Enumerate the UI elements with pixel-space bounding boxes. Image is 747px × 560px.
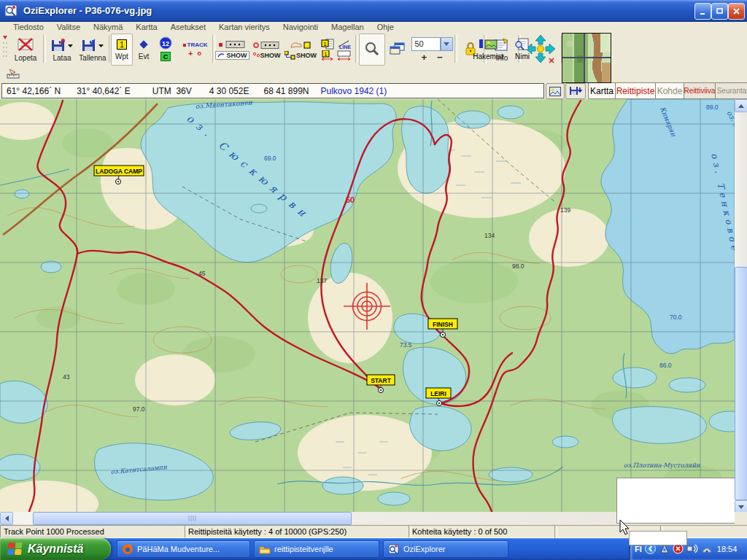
waypoint-show-button[interactable]: SHOW — [249, 34, 283, 66]
event-button[interactable]: Evt — [133, 34, 155, 66]
oziexplorer-icon — [388, 543, 400, 555]
utm-northing-value: 68 41 899N — [263, 86, 309, 96]
svg-text:139: 139 — [560, 206, 570, 214]
svg-text:70.0: 70.0 — [670, 314, 682, 321]
toolbar-drag-handle — [2, 34, 8, 63]
hakemist-button[interactable]: Hakemist — [471, 34, 506, 64]
svg-text:LADOGA CAMP: LADOGA CAMP — [96, 168, 142, 175]
svg-text:45: 45 — [198, 270, 206, 277]
longitude-value: 31° 40,642´ E — [77, 86, 131, 96]
zoom-dropdown-button[interactable] — [441, 37, 453, 51]
magnifier-icon — [364, 41, 380, 58]
map-image-button[interactable] — [546, 83, 565, 99]
tray-volume-icon[interactable] — [686, 543, 698, 556]
menu-navigointi[interactable]: Navigointi — [283, 23, 318, 31]
latitude-value: 61° 42,166´ N — [7, 86, 61, 96]
map-canvas[interactable]: оз. Сюскюярви оз. Тенковое оз. Сорярви о… — [0, 99, 735, 512]
task-folder[interactable]: reittipisteitvenjlle — [254, 540, 379, 558]
line-tool-icon: LINE — [337, 39, 352, 50]
menu-valitse[interactable]: Valitse — [57, 23, 80, 31]
minimize-button[interactable] — [694, 3, 711, 20]
nimi-button[interactable]: Nimi — [507, 34, 538, 64]
menu-kartta[interactable]: Kartta — [136, 23, 157, 31]
task-firefox[interactable]: PäHäMa Mudventure... — [117, 540, 250, 558]
desktop: OziExplorer - P36-076-vg.jpg Tiedosto Va… — [0, 0, 747, 560]
tallenna-button[interactable]: Tallenna — [77, 34, 109, 66]
menu-nakyma[interactable]: Näkymä — [93, 23, 123, 31]
tab-seuranta[interactable]: Seuranta — [715, 82, 747, 99]
svg-text:86.0: 86.0 — [659, 362, 672, 369]
datum-value: Pulkovo 1942 (1) — [321, 86, 387, 96]
vertical-scrollbar[interactable] — [735, 99, 747, 512]
windows-button[interactable] — [385, 34, 410, 66]
restore-button[interactable] — [711, 3, 728, 20]
route-hand-icon — [290, 39, 311, 50]
mouse-cursor — [619, 519, 630, 540]
floppy-down-icon — [569, 86, 582, 96]
horizontal-scroll-thumb[interactable] — [33, 512, 352, 525]
menu-tiedosto[interactable]: Tiedosto — [13, 23, 44, 31]
zoom-out-button[interactable]: − — [437, 52, 443, 63]
svg-text:LEIRI: LEIRI — [430, 390, 446, 397]
tray-language-indicator[interactable]: FI — [635, 545, 642, 553]
measure-hand-icon[interactable] — [6, 67, 23, 82]
image-icon — [549, 87, 561, 96]
save-position-button[interactable] — [565, 83, 586, 99]
tab-kohde[interactable]: Kohde — [655, 82, 684, 99]
tab-reittipiste[interactable]: Reittipiste — [615, 82, 656, 99]
close-button[interactable] — [728, 3, 745, 20]
start-button[interactable]: Käynnistä — [0, 538, 111, 560]
status-waypoints-used: Reittipisteitä käytetty : 4 of 10000 (GP… — [185, 525, 411, 538]
title-bar: OziExplorer - P36-076-vg.jpg — [0, 0, 747, 22]
utm-zone-value: UTM 36V — [152, 86, 192, 96]
waypoint-button[interactable]: 1 Wpt — [111, 34, 133, 66]
status-objects-used: Kohteita käytetty : 0 of 500 — [409, 525, 557, 538]
route-show-button[interactable]: SHOW — [284, 34, 317, 66]
tray-clock[interactable]: 18:54 — [717, 545, 738, 553]
tab-reittiviiva[interactable]: Reittiviiva — [684, 82, 716, 99]
svg-text:1: 1 — [323, 41, 327, 47]
comment-icon: C — [160, 52, 171, 63]
svg-text:FINISH: FINISH — [433, 321, 453, 328]
app-icon — [4, 4, 19, 20]
zoom-in-button[interactable]: + — [421, 52, 427, 63]
zoom-control: 50 + − — [410, 34, 454, 66]
scroll-up-button[interactable] — [735, 99, 747, 112]
name-search-icon — [514, 37, 530, 52]
menu-ohje[interactable]: Ohje — [377, 23, 394, 31]
waypoint-dots-icon — [252, 52, 260, 59]
menu-magellan[interactable]: Magellan — [331, 23, 364, 31]
windows-icon — [390, 42, 406, 57]
map-comment-button[interactable]: 12 C — [155, 34, 177, 66]
svg-text:97.0: 97.0 — [133, 405, 145, 413]
event-icon — [138, 39, 150, 52]
track-show-button[interactable]: SHOW — [215, 34, 249, 66]
measure-tools-button[interactable]: 1 LINE 1 — [318, 34, 355, 66]
menu-asetukset[interactable]: Asetukset — [171, 23, 206, 31]
zoom-level-input[interactable]: 50 — [411, 37, 441, 51]
menu-kartan-vieritys[interactable]: Kartan vieritys — [219, 23, 270, 31]
svg-text:START: START — [371, 377, 392, 384]
svg-text:1: 1 — [324, 51, 328, 58]
lataa-button[interactable]: Lataa — [46, 34, 78, 66]
utm-easting-value: 4 30 052E — [209, 86, 249, 96]
lopeta-button[interactable]: Lopeta — [9, 34, 42, 66]
vertical-scroll-thumb[interactable] — [735, 267, 747, 500]
map-preview-thumbnail — [562, 33, 611, 83]
waypoint-list-icon: 1 — [321, 39, 334, 50]
grid-zone-label: 50 — [346, 195, 355, 204]
svg-text:89.0: 89.0 — [706, 104, 719, 111]
svg-text:1: 1 — [120, 41, 124, 49]
tab-kartta[interactable]: Kartta — [588, 82, 616, 99]
track-wave-icon — [217, 52, 225, 58]
task-oziexplorer[interactable]: OziExplorer — [383, 540, 508, 558]
scroll-left-button[interactable] — [0, 512, 13, 525]
waypoint-bar-icon — [253, 41, 279, 51]
coordinate-bar: 61° 42,166´ N 31° 40,642´ E UTM 36V 4 30… — [0, 82, 747, 99]
window-title: OziExplorer - P36-076-vg.jpg — [23, 5, 152, 16]
svg-text:134: 134 — [484, 232, 495, 239]
magnifier-button[interactable] — [359, 34, 385, 66]
track-control-button[interactable]: TRACK +o — [177, 34, 213, 66]
tray-network-icon[interactable] — [701, 543, 713, 556]
svg-text:137: 137 — [317, 277, 327, 284]
